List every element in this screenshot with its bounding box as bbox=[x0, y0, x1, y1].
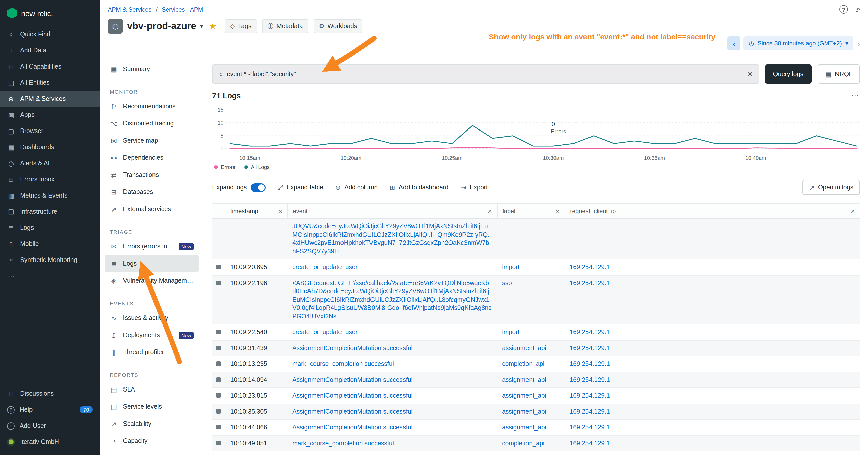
breadcrumb-services-apm[interactable]: Services - APM bbox=[161, 6, 203, 13]
cell-label[interactable]: import bbox=[497, 260, 564, 275]
cell-event[interactable]: mark_course_completion successful bbox=[287, 357, 497, 372]
row-handle[interactable] bbox=[216, 281, 221, 285]
sidebar-item-all-capabilities[interactable]: ⊞All Capabilities bbox=[0, 59, 100, 74]
subnav-item-summary[interactable]: ▤Summary bbox=[105, 61, 198, 77]
cell-label[interactable]: sso bbox=[497, 275, 564, 324]
query-logs-button[interactable]: Query logs bbox=[765, 65, 811, 84]
sidebar-item-synthetic-monitoring[interactable]: ⌖Synthetic Monitoring bbox=[0, 252, 100, 268]
cell-label[interactable]: completion_api bbox=[497, 436, 564, 451]
log-row[interactable]: 10:09:20.895create_or_update_userimport1… bbox=[212, 260, 860, 275]
cell-request-client-ip[interactable]: 169.254.129.1 bbox=[564, 404, 860, 420]
row-handle[interactable] bbox=[216, 393, 221, 398]
cell-event[interactable]: AssignmentCompletionMutation successful bbox=[287, 372, 497, 388]
subnav-item-logs[interactable]: ≣Logs bbox=[105, 255, 198, 272]
legend-item-errors[interactable]: Errors bbox=[214, 164, 235, 170]
cell-label[interactable] bbox=[497, 219, 564, 259]
row-handle[interactable] bbox=[216, 378, 221, 382]
row-handle[interactable] bbox=[216, 346, 221, 350]
expand-logs-toggle[interactable] bbox=[250, 184, 266, 192]
subnav-item-deployments[interactable]: ↥DeploymentsNew bbox=[105, 326, 198, 344]
subnav-item-transactions[interactable]: ⇄Transactions bbox=[105, 166, 198, 184]
subnav-item-recommendations[interactable]: ⚐Recommendations bbox=[105, 98, 198, 115]
time-back-button[interactable]: ‹ bbox=[727, 36, 741, 51]
log-row[interactable]: 10:10:35.305AssignmentCompletionMutation… bbox=[212, 404, 860, 420]
workloads-button[interactable]: ⚙Workloads bbox=[313, 19, 363, 33]
add-to-dashboard-button[interactable]: ⊞ Add to dashboard bbox=[390, 184, 448, 192]
subnav-item-service-map[interactable]: ⋈Service map bbox=[105, 132, 198, 149]
cell-event[interactable]: mark_course_completion successful bbox=[287, 436, 497, 451]
logs-menu-button[interactable]: ⋯ bbox=[851, 91, 860, 100]
cell-event[interactable]: AssignmentCompletionMutation successful bbox=[287, 388, 497, 403]
row-handle[interactable] bbox=[216, 361, 221, 366]
cell-label[interactable]: assignment_api bbox=[497, 452, 564, 455]
row-handle[interactable] bbox=[216, 441, 221, 446]
cell-label[interactable]: import bbox=[497, 325, 564, 340]
log-row[interactable]: 10:10:44.066AssignmentCompletionMutation… bbox=[212, 420, 860, 436]
cell-label[interactable]: assignment_api bbox=[497, 372, 564, 388]
nrql-button[interactable]: ▤ NRQL bbox=[817, 65, 860, 84]
entity-name[interactable]: vbv-prod-azure bbox=[127, 21, 196, 32]
entity-chevron-icon[interactable]: ▾ bbox=[200, 23, 203, 30]
cell-request-client-ip[interactable]: 169.254.129.1 bbox=[564, 420, 860, 435]
cell-event[interactable]: AssignmentCompletionMutation successful bbox=[287, 420, 497, 435]
expand-table-button[interactable]: ⤢ Expand table bbox=[278, 184, 323, 192]
cell-event[interactable]: create_or_update_user bbox=[287, 260, 497, 275]
sidebar-item-alerts-ai[interactable]: ◷Alerts & AI bbox=[0, 155, 100, 171]
cell-request-client-ip[interactable]: 169.254.129.1 bbox=[564, 260, 860, 275]
subnav-item-dependencies[interactable]: ⊶Dependencies bbox=[105, 149, 198, 166]
subnav-item-thread-profiler[interactable]: ∥Thread profiler bbox=[105, 344, 198, 361]
metadata-button[interactable]: ⓘMetadata bbox=[262, 19, 308, 33]
cell-request-client-ip[interactable] bbox=[564, 219, 860, 259]
time-range-button[interactable]: ◷ Since 30 minutes ago (GMT+2) ▾ bbox=[744, 36, 854, 51]
sidebar-item-help[interactable]: ?Help70 bbox=[0, 401, 100, 418]
sidebar-item-errors-inbox[interactable]: ⊟Errors Inbox bbox=[0, 171, 100, 188]
subnav-item-service-levels[interactable]: ◫Service levels bbox=[105, 398, 198, 415]
log-row[interactable]: 10:10:23.815AssignmentCompletionMutation… bbox=[212, 388, 860, 404]
sidebar-item-dashboards[interactable]: ▦Dashboards bbox=[0, 139, 100, 155]
cell-label[interactable]: assignment_api bbox=[497, 340, 564, 356]
sidebar-item-add-user[interactable]: +Add User bbox=[0, 418, 100, 434]
cell-event[interactable]: AssignmentCompletionMutation successful bbox=[287, 452, 497, 455]
sidebar-item-iterativ-gmbh[interactable]: Iterativ GmbH bbox=[0, 434, 100, 450]
sidebar-item-apm-services[interactable]: ⊕APM & Services bbox=[0, 91, 100, 107]
open-in-logs-button[interactable]: ↗ Open in logs bbox=[803, 180, 860, 195]
log-row[interactable]: 10:10:49.051mark_course_completion succe… bbox=[212, 436, 860, 452]
breadcrumb-apm-services[interactable]: APM & Services bbox=[108, 6, 152, 13]
cell-event[interactable]: AssignmentCompletionMutation successful bbox=[287, 404, 497, 420]
legend-item-all-logs[interactable]: All Logs bbox=[244, 164, 270, 170]
query-text[interactable]: event:* -"label":"security" bbox=[227, 70, 744, 77]
sidebar-item-infrastructure[interactable]: ❏Infrastructure bbox=[0, 203, 100, 220]
subnav-item-errors-errors-inb[interactable]: ✉Errors (errors inb...New bbox=[105, 238, 198, 255]
cell-label[interactable]: assignment_api bbox=[497, 420, 564, 435]
remove-column-request-client-ip-icon[interactable]: × bbox=[847, 207, 855, 215]
sidebar-item-add-data[interactable]: +Add Data bbox=[0, 42, 100, 59]
cell-request-client-ip[interactable]: 169.254.129.1 bbox=[564, 325, 860, 340]
log-row[interactable]: 10:10:13.235mark_course_completion succe… bbox=[212, 357, 860, 372]
log-row[interactable]: 10:09:31.439AssignmentCompletionMutation… bbox=[212, 340, 860, 357]
subnav-item-scalability[interactable]: ↗Scalability bbox=[105, 415, 198, 432]
remove-column-label-icon[interactable]: × bbox=[552, 207, 559, 215]
sidebar-item-discussions[interactable]: ⊡Discussions bbox=[0, 386, 100, 401]
log-row[interactable]: 10:10:14.094AssignmentCompletionMutation… bbox=[212, 372, 860, 388]
cell-event[interactable]: create_or_update_user bbox=[287, 325, 497, 340]
subnav-item-external-services[interactable]: ⇗External services bbox=[105, 200, 198, 218]
sidebar-item-logs[interactable]: ≣Logs bbox=[0, 220, 100, 236]
help-icon[interactable]: ? bbox=[839, 5, 848, 13]
log-query-input[interactable]: ⌕ event:* -"label":"security" × bbox=[212, 65, 759, 84]
log-row[interactable]: JUQVU&code=eyJraWQiOiJjcGltY29yZV8wOTl1M… bbox=[212, 219, 860, 260]
cell-request-client-ip[interactable]: 169.254.129.1 bbox=[564, 372, 860, 388]
subnav-item-sla[interactable]: ▤SLA bbox=[105, 381, 198, 398]
log-row[interactable]: 10:11:00.311AssignmentCompletionMutation… bbox=[212, 452, 860, 455]
add-column-button[interactable]: ⊕ Add column bbox=[335, 184, 377, 192]
cell-request-client-ip[interactable]: 169.254.129.1 bbox=[564, 388, 860, 403]
cell-event[interactable]: JUQVU&code=eyJraWQiOiJjcGltY29yZV8wOTl1M… bbox=[287, 219, 497, 259]
favorite-star-icon[interactable]: ★ bbox=[209, 21, 217, 32]
permalink-icon[interactable]: ∞ bbox=[853, 5, 862, 14]
remove-column-timestamp-icon[interactable]: × bbox=[274, 207, 282, 215]
row-handle[interactable] bbox=[216, 425, 221, 429]
subnav-item-vulnerability-management[interactable]: ◈Vulnerability Management bbox=[105, 272, 198, 289]
sidebar-item-metrics-events[interactable]: ▥Metrics & Events bbox=[0, 188, 100, 203]
export-button[interactable]: ⇥ Export bbox=[461, 184, 488, 192]
cell-request-client-ip[interactable]: 169.254.129.1 bbox=[564, 436, 860, 451]
subnav-item-distributed-tracing[interactable]: ⌥Distributed tracing bbox=[105, 115, 198, 132]
